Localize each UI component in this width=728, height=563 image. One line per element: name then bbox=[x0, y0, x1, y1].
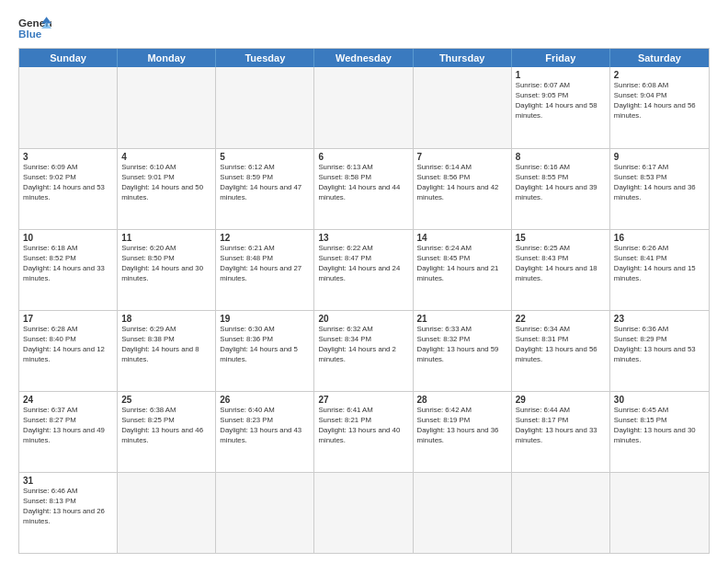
day-info: Sunrise: 6:28 AM Sunset: 8:40 PM Dayligh… bbox=[23, 325, 113, 365]
calendar-cell: 27Sunrise: 6:41 AM Sunset: 8:21 PM Dayli… bbox=[314, 392, 413, 472]
day-number: 8 bbox=[516, 152, 606, 162]
calendar-cell: 28Sunrise: 6:42 AM Sunset: 8:19 PM Dayli… bbox=[414, 392, 512, 472]
weekday-header-friday: Friday bbox=[512, 49, 610, 67]
day-number: 24 bbox=[23, 395, 113, 405]
calendar-cell: 15Sunrise: 6:25 AM Sunset: 8:43 PM Dayli… bbox=[512, 230, 610, 310]
day-info: Sunrise: 6:25 AM Sunset: 8:43 PM Dayligh… bbox=[516, 244, 606, 284]
header: General Blue bbox=[18, 15, 710, 40]
calendar-cell: 29Sunrise: 6:44 AM Sunset: 8:17 PM Dayli… bbox=[512, 392, 610, 472]
calendar-cell bbox=[118, 67, 216, 148]
day-number: 7 bbox=[417, 152, 507, 162]
calendar-cell: 21Sunrise: 6:33 AM Sunset: 8:32 PM Dayli… bbox=[414, 311, 512, 391]
calendar-week-3: 10Sunrise: 6:18 AM Sunset: 8:52 PM Dayli… bbox=[19, 229, 709, 310]
calendar-body: 1Sunrise: 6:07 AM Sunset: 9:05 PM Daylig… bbox=[19, 67, 709, 553]
calendar-cell bbox=[314, 473, 413, 553]
calendar-week-6: 31Sunrise: 6:46 AM Sunset: 8:13 PM Dayli… bbox=[19, 472, 709, 553]
day-info: Sunrise: 6:12 AM Sunset: 8:59 PM Dayligh… bbox=[220, 163, 310, 203]
weekday-header-thursday: Thursday bbox=[414, 49, 512, 67]
calendar-cell: 24Sunrise: 6:37 AM Sunset: 8:27 PM Dayli… bbox=[19, 392, 118, 472]
day-number: 11 bbox=[121, 233, 211, 243]
day-info: Sunrise: 6:14 AM Sunset: 8:56 PM Dayligh… bbox=[417, 163, 507, 203]
day-number: 14 bbox=[417, 233, 507, 243]
day-info: Sunrise: 6:38 AM Sunset: 8:25 PM Dayligh… bbox=[121, 406, 211, 446]
calendar-cell bbox=[512, 473, 610, 553]
calendar-cell: 11Sunrise: 6:20 AM Sunset: 8:50 PM Dayli… bbox=[118, 230, 216, 310]
day-number: 26 bbox=[220, 395, 310, 405]
day-info: Sunrise: 6:10 AM Sunset: 9:01 PM Dayligh… bbox=[121, 163, 211, 203]
calendar-cell: 18Sunrise: 6:29 AM Sunset: 8:38 PM Dayli… bbox=[118, 311, 216, 391]
day-info: Sunrise: 6:46 AM Sunset: 8:13 PM Dayligh… bbox=[23, 487, 113, 527]
day-info: Sunrise: 6:42 AM Sunset: 8:19 PM Dayligh… bbox=[417, 406, 507, 446]
day-number: 10 bbox=[23, 233, 113, 243]
calendar-header: SundayMondayTuesdayWednesdayThursdayFrid… bbox=[19, 49, 709, 67]
day-number: 12 bbox=[220, 233, 310, 243]
calendar-cell: 19Sunrise: 6:30 AM Sunset: 8:36 PM Dayli… bbox=[216, 311, 314, 391]
day-number: 19 bbox=[220, 314, 310, 324]
calendar-cell: 7Sunrise: 6:14 AM Sunset: 8:56 PM Daylig… bbox=[414, 149, 512, 229]
day-number: 5 bbox=[220, 152, 310, 162]
calendar-cell bbox=[414, 473, 512, 553]
calendar-cell: 1Sunrise: 6:07 AM Sunset: 9:05 PM Daylig… bbox=[512, 67, 610, 148]
day-number: 4 bbox=[121, 152, 211, 162]
weekday-header-tuesday: Tuesday bbox=[216, 49, 314, 67]
day-number: 15 bbox=[516, 233, 606, 243]
calendar-cell bbox=[19, 67, 118, 148]
day-number: 9 bbox=[614, 152, 705, 162]
calendar-cell bbox=[314, 67, 413, 148]
day-number: 2 bbox=[614, 70, 705, 80]
calendar-cell: 8Sunrise: 6:16 AM Sunset: 8:55 PM Daylig… bbox=[512, 149, 610, 229]
calendar-cell bbox=[118, 473, 216, 553]
day-info: Sunrise: 6:33 AM Sunset: 8:32 PM Dayligh… bbox=[417, 325, 507, 365]
day-number: 30 bbox=[614, 395, 705, 405]
day-info: Sunrise: 6:34 AM Sunset: 8:31 PM Dayligh… bbox=[516, 325, 606, 365]
calendar-cell bbox=[216, 473, 314, 553]
calendar-cell: 9Sunrise: 6:17 AM Sunset: 8:53 PM Daylig… bbox=[610, 149, 709, 229]
weekday-header-saturday: Saturday bbox=[610, 49, 709, 67]
day-number: 22 bbox=[516, 314, 606, 324]
day-info: Sunrise: 6:24 AM Sunset: 8:45 PM Dayligh… bbox=[417, 244, 507, 284]
svg-text:Blue: Blue bbox=[18, 28, 42, 40]
calendar-cell bbox=[216, 67, 314, 148]
calendar-cell: 25Sunrise: 6:38 AM Sunset: 8:25 PM Dayli… bbox=[118, 392, 216, 472]
calendar-cell: 2Sunrise: 6:08 AM Sunset: 9:04 PM Daylig… bbox=[610, 67, 709, 148]
day-number: 18 bbox=[121, 314, 211, 324]
calendar-cell: 31Sunrise: 6:46 AM Sunset: 8:13 PM Dayli… bbox=[19, 473, 118, 553]
calendar-cell bbox=[414, 67, 512, 148]
logo-icon: General Blue bbox=[18, 15, 51, 40]
day-info: Sunrise: 6:17 AM Sunset: 8:53 PM Dayligh… bbox=[614, 163, 705, 203]
calendar-week-2: 3Sunrise: 6:09 AM Sunset: 9:02 PM Daylig… bbox=[19, 148, 709, 229]
day-number: 1 bbox=[516, 70, 606, 80]
day-info: Sunrise: 6:18 AM Sunset: 8:52 PM Dayligh… bbox=[23, 244, 113, 284]
day-info: Sunrise: 6:22 AM Sunset: 8:47 PM Dayligh… bbox=[318, 244, 408, 284]
day-number: 13 bbox=[318, 233, 408, 243]
logo: General Blue bbox=[18, 15, 51, 40]
calendar-cell bbox=[610, 473, 709, 553]
day-info: Sunrise: 6:08 AM Sunset: 9:04 PM Dayligh… bbox=[614, 81, 705, 121]
day-number: 20 bbox=[318, 314, 408, 324]
day-info: Sunrise: 6:07 AM Sunset: 9:05 PM Dayligh… bbox=[516, 81, 606, 121]
calendar-cell: 4Sunrise: 6:10 AM Sunset: 9:01 PM Daylig… bbox=[118, 149, 216, 229]
day-number: 29 bbox=[516, 395, 606, 405]
calendar-cell: 3Sunrise: 6:09 AM Sunset: 9:02 PM Daylig… bbox=[19, 149, 118, 229]
day-info: Sunrise: 6:37 AM Sunset: 8:27 PM Dayligh… bbox=[23, 406, 113, 446]
calendar-cell: 16Sunrise: 6:26 AM Sunset: 8:41 PM Dayli… bbox=[610, 230, 709, 310]
calendar-cell: 14Sunrise: 6:24 AM Sunset: 8:45 PM Dayli… bbox=[414, 230, 512, 310]
day-number: 21 bbox=[417, 314, 507, 324]
calendar-cell: 30Sunrise: 6:45 AM Sunset: 8:15 PM Dayli… bbox=[610, 392, 709, 472]
calendar-cell: 10Sunrise: 6:18 AM Sunset: 8:52 PM Dayli… bbox=[19, 230, 118, 310]
calendar-week-4: 17Sunrise: 6:28 AM Sunset: 8:40 PM Dayli… bbox=[19, 310, 709, 391]
day-info: Sunrise: 6:16 AM Sunset: 8:55 PM Dayligh… bbox=[516, 163, 606, 203]
calendar-cell: 12Sunrise: 6:21 AM Sunset: 8:48 PM Dayli… bbox=[216, 230, 314, 310]
weekday-header-monday: Monday bbox=[118, 49, 216, 67]
calendar-cell: 5Sunrise: 6:12 AM Sunset: 8:59 PM Daylig… bbox=[216, 149, 314, 229]
calendar-cell: 20Sunrise: 6:32 AM Sunset: 8:34 PM Dayli… bbox=[314, 311, 413, 391]
day-number: 31 bbox=[23, 476, 113, 486]
calendar-week-1: 1Sunrise: 6:07 AM Sunset: 9:05 PM Daylig… bbox=[19, 67, 709, 148]
day-number: 17 bbox=[23, 314, 113, 324]
calendar-cell: 23Sunrise: 6:36 AM Sunset: 8:29 PM Dayli… bbox=[610, 311, 709, 391]
calendar: SundayMondayTuesdayWednesdayThursdayFrid… bbox=[18, 48, 710, 554]
day-info: Sunrise: 6:36 AM Sunset: 8:29 PM Dayligh… bbox=[614, 325, 705, 365]
day-info: Sunrise: 6:09 AM Sunset: 9:02 PM Dayligh… bbox=[23, 163, 113, 203]
day-number: 28 bbox=[417, 395, 507, 405]
day-info: Sunrise: 6:30 AM Sunset: 8:36 PM Dayligh… bbox=[220, 325, 310, 365]
